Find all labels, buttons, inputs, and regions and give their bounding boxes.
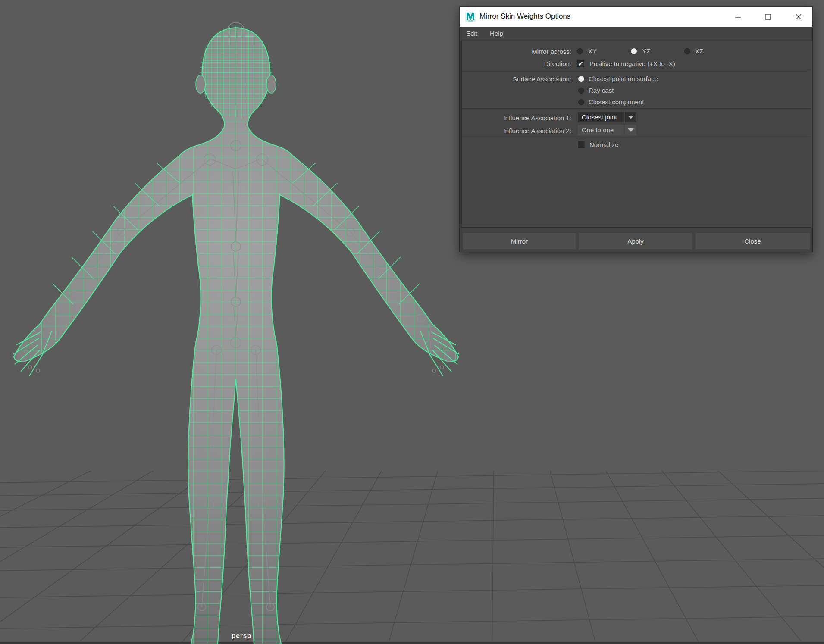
normalize-checkbox-label[interactable]: Normalize bbox=[589, 141, 619, 148]
checkmark-icon: ✔ bbox=[578, 60, 583, 67]
influence-association-2-dropdown[interactable]: One to one bbox=[578, 125, 636, 135]
influence-association-1-dropdown[interactable]: Closest joint bbox=[578, 112, 636, 122]
surface-association-label: Surface Association: bbox=[462, 75, 571, 83]
radio-xy-label[interactable]: XY bbox=[588, 47, 597, 55]
dialog-menubar: Edit Help bbox=[460, 27, 812, 41]
influence-association-2-value[interactable]: One to one bbox=[578, 125, 624, 135]
radio-xz[interactable] bbox=[684, 48, 690, 54]
separator bbox=[462, 108, 810, 109]
radio-yz[interactable] bbox=[631, 48, 637, 54]
close-window-button[interactable] bbox=[789, 7, 808, 27]
dialog-title: Mirror Skin Weights Options bbox=[479, 12, 570, 21]
radio-ray-cast-label[interactable]: Ray cast bbox=[589, 87, 614, 94]
influence-association-2-label: Influence Association 2: bbox=[462, 127, 571, 134]
dropdown-arrow-icon[interactable] bbox=[625, 112, 636, 122]
viewport-bottom-edge bbox=[0, 642, 824, 644]
radio-closest-point[interactable] bbox=[578, 76, 584, 82]
close-button[interactable]: Close bbox=[695, 233, 810, 250]
menu-edit[interactable]: Edit bbox=[466, 30, 477, 37]
options-panel: Mirror across: XY YZ XZ Direction: ✔ Pos… bbox=[461, 41, 811, 228]
direction-label: Direction: bbox=[462, 60, 571, 67]
camera-name-label: persp bbox=[232, 632, 251, 640]
minimize-icon bbox=[735, 14, 741, 20]
radio-ray-cast[interactable] bbox=[578, 88, 584, 94]
dialog-titlebar[interactable]: Mirror Skin Weights Options bbox=[460, 7, 812, 27]
mirror-across-label: Mirror across: bbox=[462, 48, 571, 55]
normalize-checkbox[interactable] bbox=[578, 141, 585, 148]
radio-closest-component-label[interactable]: Closest component bbox=[589, 98, 644, 106]
dropdown-arrow-icon[interactable] bbox=[625, 125, 636, 135]
maximize-button[interactable] bbox=[758, 7, 778, 27]
apply-button[interactable]: Apply bbox=[579, 233, 692, 250]
radio-xz-label[interactable]: XZ bbox=[695, 47, 703, 55]
radio-closest-component[interactable] bbox=[578, 99, 584, 105]
radio-xy[interactable] bbox=[577, 48, 583, 54]
ear-right bbox=[266, 75, 276, 93]
ear-left bbox=[196, 75, 205, 93]
radio-yz-label[interactable]: YZ bbox=[642, 47, 650, 55]
direction-checkbox-label[interactable]: Positive to negative (+X to -X) bbox=[589, 60, 675, 67]
influence-association-1-label: Influence Association 1: bbox=[462, 114, 571, 122]
menu-help[interactable]: Help bbox=[490, 30, 503, 37]
maximize-icon bbox=[765, 14, 771, 20]
separator bbox=[462, 138, 810, 138]
influence-association-1-value[interactable]: Closest joint bbox=[578, 112, 624, 122]
mirror-button[interactable]: Mirror bbox=[463, 233, 576, 250]
close-icon bbox=[796, 14, 802, 20]
maya-application: persp Mirror Skin Weights Options bbox=[0, 0, 824, 644]
maya-logo-icon bbox=[465, 12, 476, 22]
radio-closest-point-label[interactable]: Closest point on surface bbox=[589, 75, 658, 82]
minimize-button[interactable] bbox=[728, 7, 748, 27]
direction-checkbox[interactable]: ✔ bbox=[577, 60, 584, 67]
separator bbox=[462, 70, 810, 70]
mirror-skin-weights-options-dialog: Mirror Skin Weights Options Edit Help bbox=[459, 6, 813, 252]
